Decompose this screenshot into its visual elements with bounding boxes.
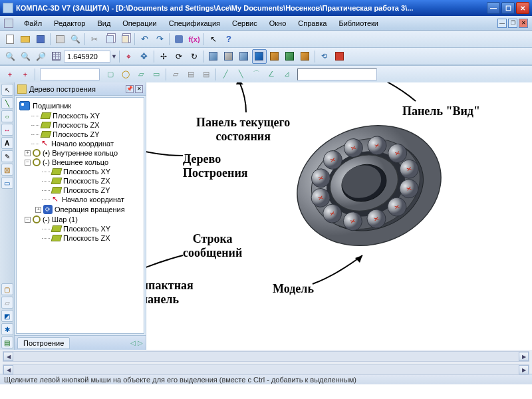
state-slot[interactable] [297,68,377,80]
state12-button[interactable]: ⌒ [249,67,263,82]
tree-plane-xy[interactable]: Плоскость XY [30,111,142,120]
rail-measure-button[interactable]: ▭ [1,177,13,189]
state11-button[interactable]: ╲ [233,67,248,82]
zoom3-button[interactable]: 🔎 [33,49,48,64]
move-button[interactable]: ✥ [137,49,152,64]
orbit-button[interactable]: ↻ [187,49,201,64]
rail-btn-d[interactable]: ✱ [1,323,13,335]
tree-plane-zx-2[interactable]: Плоскость ZX [41,176,142,186]
rail-btn-e[interactable]: ▤ [1,336,13,348]
wireframe-button[interactable] [206,49,221,64]
undo-button[interactable]: ↶ [137,32,152,47]
rail-btn-c[interactable]: ◩ [1,310,13,322]
zoom-fit-button[interactable] [49,49,63,64]
save-button[interactable] [33,32,48,47]
menu-file[interactable]: Файл [19,18,47,29]
zoom2-button[interactable]: 🔍 [18,49,33,64]
tree-plane-xy-2[interactable]: Плоскость XY [41,167,142,176]
expand-button[interactable]: + [25,150,31,156]
rail-edit-button[interactable]: ✎ [1,150,13,162]
state2-button[interactable]: + [18,67,33,82]
tree-tab-arrows[interactable]: ◁ ▷ [130,339,143,346]
pan-button[interactable]: ✢ [156,49,171,64]
tree-origin-2[interactable]: Начало координат [41,195,142,204]
tree-rotation[interactable]: + ⟳ Операция вращения [34,204,142,215]
rail-circle-button[interactable]: ○ [1,110,13,122]
tree-plane-zx[interactable]: Плоскость ZX [30,120,142,130]
mdi-restore-button[interactable]: ❐ [508,19,517,28]
fx-button[interactable]: f(x) [187,32,201,47]
new-button[interactable] [3,32,17,47]
redo-button[interactable]: ↷ [152,32,167,47]
tree-tab-build[interactable]: Построение [17,337,70,349]
scroll-right-button[interactable]: ▶ [519,365,529,374]
model-bearing[interactable] [286,102,452,269]
open-button[interactable] [18,32,33,47]
state3-button[interactable]: ▢ [103,67,118,82]
rotate-button[interactable]: ⟳ [172,49,186,64]
cut-button[interactable]: ✂ [87,32,102,47]
state9-button[interactable]: ▤ [199,67,213,82]
preview-button[interactable]: 🔍 [68,32,82,47]
mdi-close-button[interactable]: ✕ [519,19,528,28]
tree-plane-xy-3[interactable]: Плоскость XY [41,224,142,233]
minimize-button[interactable]: — [487,2,500,14]
scroll-left-button[interactable]: ◀ [3,352,13,361]
state14-button[interactable]: ⊿ [279,67,294,82]
rail-dim-button[interactable]: ↔ [1,124,13,136]
tree-root[interactable]: Подшипник [18,100,142,111]
tree-pin-button[interactable]: 📌 [126,85,134,93]
tree-outer-ring[interactable]: − (-) Внешнее кольцо [23,158,142,167]
shaded-edges-button[interactable] [252,49,267,64]
rail-btn-a[interactable]: ▢ [1,283,13,295]
state10-button[interactable]: ╱ [218,67,233,82]
tree-close-button[interactable]: ✕ [135,85,143,93]
zoom-dropdown-icon[interactable]: ▼ [111,53,117,60]
scroll-track[interactable] [13,365,519,374]
disk-button[interactable] [172,32,186,47]
rail-param-button[interactable]: ▨ [1,164,13,176]
print-button[interactable] [53,32,67,47]
zoom1-button[interactable]: 🔍 [3,49,17,64]
tree-body[interactable]: Подшипник Плоскость XY Плоскость ZX Плос… [16,97,144,334]
menu-window[interactable]: Окно [264,18,292,29]
menu-editor[interactable]: Редактор [49,18,90,29]
cursor-button[interactable]: ↖ [206,32,221,47]
menu-view[interactable]: Вид [92,18,116,29]
rail-select-button[interactable]: ↖ [1,84,13,96]
close-button[interactable]: ✕ [516,2,529,14]
anim-button[interactable] [332,49,347,64]
axis-button[interactable]: ⌖ [122,49,136,64]
tree-plane-zy[interactable]: Плоскость ZY [30,130,142,139]
scroll-left-button[interactable]: ◀ [3,365,13,374]
render1-button[interactable] [267,49,282,64]
tree-origin[interactable]: Начало координат [30,139,142,148]
expand-button[interactable]: + [35,207,41,213]
tree-inner-ring[interactable]: + (•) Внутреннее кольцо [23,148,142,158]
rail-btn-b[interactable]: ▱ [1,297,13,309]
state8-button[interactable]: ▤ [184,67,198,82]
shaded-button[interactable] [237,49,251,64]
rail-line-button[interactable]: ╲ [1,97,13,109]
state5-button[interactable]: ▱ [134,67,148,82]
tree-plane-zx-3[interactable]: Плоскость ZX [41,233,142,243]
scroll-right-button[interactable]: ▶ [519,352,529,361]
paste-button[interactable] [118,32,132,47]
collapse-button[interactable]: − [25,217,31,223]
menu-libraries[interactable]: Библиотеки [333,18,384,29]
layer-slot[interactable] [40,68,100,80]
tree-plane-zy-2[interactable]: Плоскость ZY [41,186,142,195]
mdi-minimize-button[interactable]: — [497,19,507,28]
rail-text-button[interactable]: A [1,137,13,149]
state1-button[interactable]: + [3,67,17,82]
tree-ball[interactable]: − (-) Шар (1) [23,215,142,224]
hscroll-1[interactable]: ◀ ▶ [3,351,529,362]
collapse-button[interactable]: − [25,160,31,166]
copy-button[interactable] [102,32,117,47]
refresh-button[interactable]: ⟲ [317,49,332,64]
help-button[interactable]: ? [221,32,236,47]
hidden-button[interactable] [221,49,236,64]
menu-help[interactable]: Справка [293,18,332,29]
state4-button[interactable]: ◯ [118,67,133,82]
render2-button[interactable] [283,49,297,64]
